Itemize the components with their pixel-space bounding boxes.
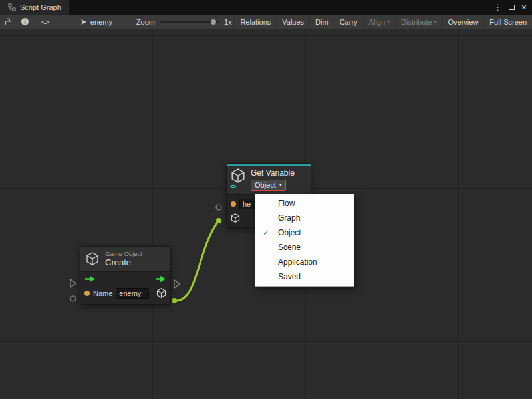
create-value-in-port[interactable] xyxy=(70,296,76,301)
menu-item-label: Application xyxy=(278,257,317,267)
distribute-button[interactable]: Distribute ▾ xyxy=(395,15,442,29)
menu-item-scene[interactable]: Scene xyxy=(255,240,354,255)
values-label: Values xyxy=(282,18,304,26)
variable-cube-icon: <> xyxy=(231,168,247,190)
graph-owner-label: enemy xyxy=(90,18,112,26)
gameobject-output-icon[interactable] xyxy=(156,288,166,298)
script-graph-icon xyxy=(8,3,16,11)
wire-start-dot xyxy=(172,298,177,303)
window-menu-button[interactable]: ⋮ xyxy=(494,3,502,11)
full-screen-label: Full Screen xyxy=(489,18,527,26)
lock-icon xyxy=(5,17,12,26)
variable-kind-dropdown[interactable]: Object ▾ xyxy=(251,180,286,191)
relations-button[interactable]: Relations xyxy=(234,15,276,29)
carry-button[interactable]: Carry xyxy=(334,15,363,29)
create-flow-in-port[interactable] xyxy=(70,279,76,287)
values-button[interactable]: Values xyxy=(276,15,309,29)
align-label: Align xyxy=(369,18,385,26)
graph-canvas[interactable]: <> Get Variable Object ▾ xyxy=(0,29,532,399)
name-row: Name xyxy=(84,288,166,299)
zoom-label: Zoom xyxy=(136,18,155,26)
tab-title: Script Graph xyxy=(20,3,61,11)
name-port-dot[interactable] xyxy=(231,201,236,207)
code-icon: <> xyxy=(230,183,236,190)
overview-label: Overview xyxy=(448,18,479,26)
align-button[interactable]: Align ▾ xyxy=(363,15,395,29)
code-view-button[interactable]: <> xyxy=(37,15,53,29)
tab-script-graph[interactable]: Script Graph xyxy=(0,0,69,15)
node-subtitle: Game Object xyxy=(105,250,142,257)
get-variable-text: Get Variable Object ▾ xyxy=(251,168,295,191)
check-icon: ✓ xyxy=(263,225,269,240)
full-screen-button[interactable]: Full Screen xyxy=(483,15,532,29)
chevron-down-icon: ▾ xyxy=(279,182,282,188)
flow-out-arrow-icon[interactable] xyxy=(155,275,166,283)
create-flow-out-port[interactable] xyxy=(174,280,180,288)
graph-owner-field[interactable]: enemy xyxy=(75,18,118,26)
dim-button[interactable]: Dim xyxy=(309,15,334,29)
toolbar: i <> enemy Zoom 1x Relations Values Dim … xyxy=(0,15,532,29)
chevron-down-icon: ▾ xyxy=(387,19,390,25)
chevron-down-icon: ▾ xyxy=(434,19,437,25)
create-header: Game Object Create xyxy=(80,247,170,272)
gameobject-cube-icon xyxy=(86,252,99,265)
script-graph-window: Script Graph ⋮ × i <> enemy xyxy=(0,0,532,399)
close-button[interactable]: × xyxy=(521,3,527,12)
carry-label: Carry xyxy=(340,18,358,26)
overview-button[interactable]: Overview xyxy=(442,15,484,29)
menu-item-label: Object xyxy=(278,228,301,237)
window-controls: ⋮ × xyxy=(494,0,532,15)
create-header-text: Game Object Create xyxy=(105,250,142,268)
dim-label: Dim xyxy=(315,18,329,26)
get-variable-header: <> Get Variable Object ▾ xyxy=(227,166,311,194)
code-icon: <> xyxy=(41,18,49,26)
menu-item-flow[interactable]: Flow xyxy=(255,196,354,211)
variable-kind-menu: Flow Graph ✓ Object Scene Application Sa… xyxy=(255,194,354,287)
relations-label: Relations xyxy=(240,18,271,26)
toolbar-buttons: Relations Values Dim Carry Align ▾ Distr… xyxy=(234,15,532,29)
menu-item-object[interactable]: ✓ Object xyxy=(255,225,354,240)
menu-item-label: Graph xyxy=(278,213,300,223)
maximize-button[interactable] xyxy=(509,5,515,10)
lock-button[interactable] xyxy=(0,15,17,29)
flow-in-arrow-icon[interactable] xyxy=(84,275,96,283)
get-variable-input-port[interactable] xyxy=(216,205,221,210)
info-icon: i xyxy=(21,18,29,25)
toolbar-separator xyxy=(55,17,55,27)
variable-kind-label: Object xyxy=(255,181,276,189)
node-title: Create xyxy=(105,257,142,268)
pointer-flag-icon xyxy=(80,19,87,25)
name-input[interactable] xyxy=(116,288,149,299)
menu-item-graph[interactable]: Graph xyxy=(255,211,354,225)
connection-wire[interactable] xyxy=(174,221,219,301)
distribute-label: Distribute xyxy=(401,18,432,26)
info-button[interactable]: i xyxy=(17,15,33,29)
zoom-value: 1x xyxy=(224,18,232,26)
name-label: Name xyxy=(93,289,112,297)
create-node[interactable]: Game Object Create Name xyxy=(80,246,171,305)
menu-item-saved[interactable]: Saved xyxy=(255,269,354,284)
node-title: Get Variable xyxy=(251,168,295,178)
zoom-slider-handle[interactable] xyxy=(211,19,216,25)
wire-end-dot xyxy=(216,218,221,223)
menu-item-label: Scene xyxy=(278,243,301,252)
menu-item-application[interactable]: Application xyxy=(255,255,354,269)
gameobject-output-icon[interactable] xyxy=(231,213,240,223)
menu-item-label: Saved xyxy=(278,272,301,281)
zoom-slider[interactable] xyxy=(160,21,219,23)
create-body: Name xyxy=(80,272,170,304)
flow-row xyxy=(84,275,166,283)
menu-item-label: Flow xyxy=(278,199,295,208)
name-port-dot[interactable] xyxy=(84,291,90,296)
titlebar: Script Graph ⋮ × xyxy=(0,0,532,15)
zoom-control: Zoom 1x xyxy=(136,18,232,26)
toolbar-separator xyxy=(35,17,35,27)
